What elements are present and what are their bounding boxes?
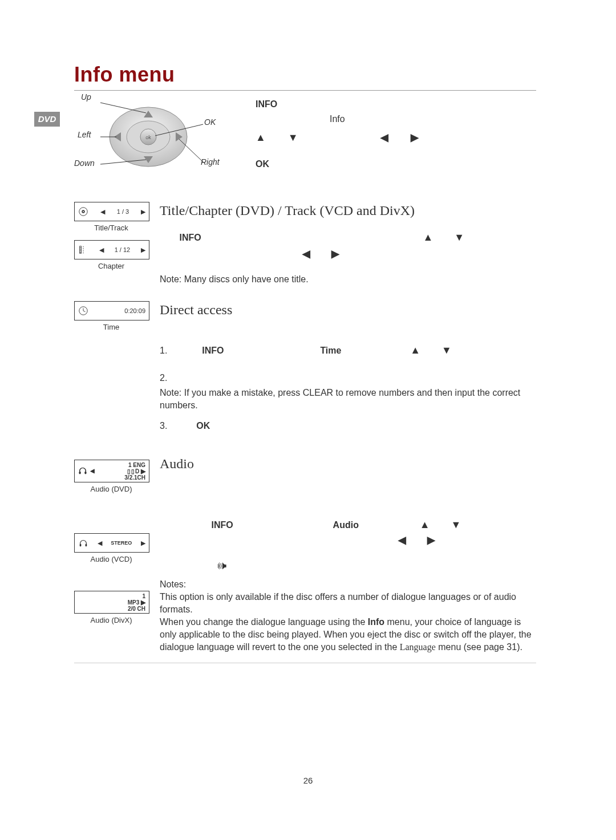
step3-num: 3. xyxy=(160,421,167,431)
svg-rect-29 xyxy=(79,472,81,474)
right-arrow-icon: ▶ xyxy=(427,534,435,546)
box-next-icon: ▶ xyxy=(141,539,145,547)
box-prev-icon: ◀ xyxy=(98,539,102,547)
time-box: 0:20:09 xyxy=(74,301,149,320)
box-prev-icon: ◀ xyxy=(99,246,104,254)
page-number: 26 xyxy=(0,776,616,785)
clock-icon xyxy=(78,306,88,316)
down-arrow-icon: ▼ xyxy=(454,232,464,243)
audio-dvd-line2: D xyxy=(135,468,139,474)
audio-heading: Audio xyxy=(160,456,536,472)
left-arrow-icon: ◀ xyxy=(302,248,310,259)
svg-rect-27 xyxy=(80,544,82,547)
disc-icon xyxy=(78,206,88,217)
title-rule xyxy=(74,90,536,91)
direct-heading: Direct access xyxy=(160,302,536,318)
remote-right-label: Right xyxy=(201,157,220,167)
audio-vcd-box: ◀ STEREO ▶ xyxy=(74,533,149,553)
down-arrow-icon: ▼ xyxy=(441,344,452,356)
step1-info: INFO xyxy=(202,346,224,355)
title-track-value: 1 / 3 xyxy=(117,208,129,215)
step1-time: Time xyxy=(320,346,341,355)
audio-word: Audio xyxy=(333,520,359,530)
remote-diagram: ok Up Left Down OK Right xyxy=(74,91,234,182)
up-arrow-icon: ▲ xyxy=(256,132,266,143)
left-arrow-icon: ◀ xyxy=(398,534,406,546)
time-caption: Time xyxy=(74,323,148,331)
left-arrow-icon: ◀ xyxy=(380,132,388,143)
down-arrow-icon: ▼ xyxy=(451,519,461,530)
audio-divx-line2: MP3 xyxy=(128,599,140,606)
headphones-icon xyxy=(78,465,88,476)
direct-section: Direct access 1. INFO Time ▲ ▼ 2. Note: … xyxy=(160,302,536,432)
step3-ok: OK xyxy=(196,421,210,431)
chapter-caption: Chapter xyxy=(74,262,148,270)
up-arrow-icon: ▲ xyxy=(423,232,433,243)
box-next-icon: ▶ xyxy=(141,246,145,254)
headphones-icon xyxy=(78,538,88,548)
intro-info-label: INFO xyxy=(256,99,277,109)
svg-rect-30 xyxy=(85,472,87,474)
remote-up-label: Up xyxy=(81,92,91,102)
svg-rect-28 xyxy=(86,544,87,547)
filmstrip-icon xyxy=(78,245,88,255)
sound-wave-icon: 🕪 xyxy=(217,560,227,571)
audio-note2: When you change the dialogue language us… xyxy=(160,616,536,654)
svg-line-24 xyxy=(83,311,86,312)
intro-info-word: Info xyxy=(330,114,345,124)
audio-vcd-value: STEREO xyxy=(111,540,132,546)
title-track-box: ◀ 1 / 3 ▶ xyxy=(74,202,149,221)
title-track-column: ◀ 1 / 3 ▶ Title/Track ◀ 1 / 12 ▶ Chapter xyxy=(74,202,148,270)
step2-num: 2. xyxy=(160,373,167,383)
right-arrow-icon: ▶ xyxy=(411,132,419,143)
audio-divx-box: ◀ 1 MP3 ▶ 2/0 CH xyxy=(74,591,149,614)
down-arrow-icon: ▼ xyxy=(288,132,298,143)
audio-column: ◀ 1 ENG ▯▯D ▶ 3/2.1CH Audio (DVD) ◀ STER… xyxy=(74,460,148,624)
remote-ok-label: OK xyxy=(204,117,216,127)
title-note: Note: Many discs only have one title. xyxy=(160,273,536,286)
audio-dvd-caption: Audio (DVD) xyxy=(74,485,148,493)
bottom-rule xyxy=(74,663,536,663)
remote-left-label: Left xyxy=(78,130,91,139)
audio-info: INFO xyxy=(211,520,233,530)
box-prev-icon: ◀ xyxy=(90,468,95,474)
box-prev-icon: ◀ xyxy=(100,208,105,216)
svg-point-15 xyxy=(83,211,84,212)
dvd-tag: DVD xyxy=(34,112,60,127)
remote-down-label: Down xyxy=(74,159,95,168)
intro-ok: OK xyxy=(256,159,269,169)
title-section-heading: Title/Chapter (DVD) / Track (VCD and Div… xyxy=(160,203,536,218)
chapter-value: 1 / 12 xyxy=(115,246,131,253)
audio-divx-line3: 2/0 CH xyxy=(128,606,145,612)
right-arrow-icon: ▶ xyxy=(331,248,339,259)
title-section: Title/Chapter (DVD) / Track (VCD and Div… xyxy=(160,203,536,286)
page-title: Info menu xyxy=(74,63,536,87)
audio-dvd-line3: 3/2.1CH xyxy=(124,474,145,481)
up-arrow-icon: ▲ xyxy=(420,519,430,530)
audio-note1: This option is only available if the dis… xyxy=(160,591,536,616)
box-next-icon: ▶ xyxy=(141,208,145,216)
step2-note: Note: If you make a mistake, press CLEAR… xyxy=(160,387,536,412)
up-arrow-icon: ▲ xyxy=(410,344,420,356)
notes-label: Notes: xyxy=(160,578,536,591)
step1-num: 1. xyxy=(160,346,167,355)
title-track-caption: Title/Track xyxy=(74,224,148,232)
title-info-label: INFO xyxy=(179,233,201,242)
audio-vcd-caption: Audio (VCD) xyxy=(74,555,148,563)
time-column: 0:20:09 Time xyxy=(74,301,148,331)
time-value: 0:20:09 xyxy=(124,307,145,314)
svg-text:ok: ok xyxy=(145,135,151,140)
audio-divx-caption: Audio (DivX) xyxy=(74,616,148,624)
audio-section: Audio INFO Audio ▲ ▼ ◀ ▶ 🕪 Notes: This o… xyxy=(160,456,536,654)
chapter-box: ◀ 1 / 12 ▶ xyxy=(74,240,149,259)
intro-block: INFO Info ▲ ▼ ◀ ▶ OK xyxy=(256,98,529,171)
